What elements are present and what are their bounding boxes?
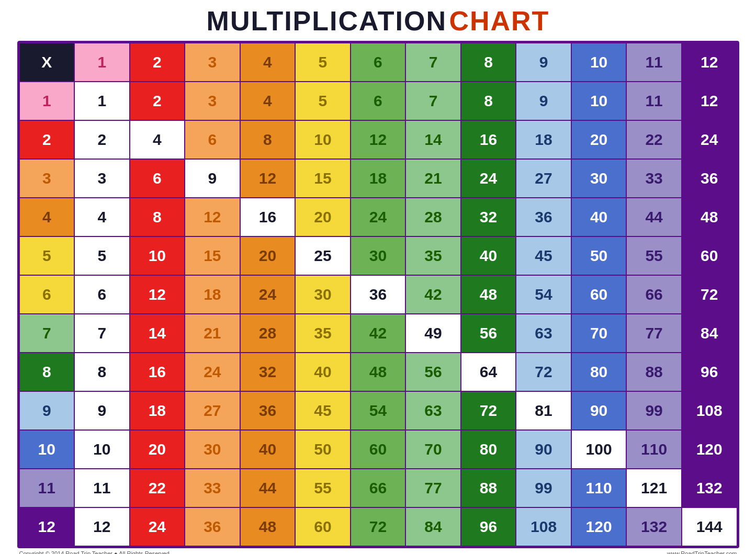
header-cell-X: X — [19, 43, 75, 82]
cell-8-3: 24 — [185, 353, 240, 391]
cell-11-0: 11 — [19, 469, 75, 507]
cell-10-7: 70 — [405, 430, 461, 469]
cell-3-3: 9 — [185, 159, 240, 198]
cell-1-5: 5 — [295, 82, 351, 120]
cell-12-7: 84 — [405, 507, 461, 546]
cell-8-5: 40 — [295, 353, 351, 391]
cell-5-11: 55 — [626, 236, 682, 275]
cell-3-9: 27 — [516, 159, 571, 198]
footer: Copyright © 2014 Road Trip Teacher ● All… — [17, 550, 739, 554]
cell-12-9: 108 — [516, 507, 571, 546]
cell-8-7: 56 — [405, 353, 461, 391]
cell-5-4: 20 — [240, 236, 296, 275]
cell-9-11: 99 — [626, 391, 682, 430]
multiplication-chart: X123456789101112112345678910111222468101… — [17, 41, 739, 548]
cell-9-3: 27 — [185, 391, 240, 430]
cell-11-1: 11 — [74, 469, 130, 507]
cell-11-8: 88 — [461, 469, 516, 507]
cell-8-0: 8 — [19, 353, 75, 391]
cell-12-6: 72 — [351, 507, 406, 546]
cell-10-10: 100 — [571, 430, 627, 469]
cell-10-0: 10 — [19, 430, 75, 469]
cell-3-1: 3 — [74, 159, 130, 198]
footer-left: Copyright © 2014 Road Trip Teacher ● All… — [19, 550, 170, 554]
cell-7-10: 70 — [571, 314, 627, 353]
cell-8-6: 48 — [351, 353, 406, 391]
cell-11-10: 110 — [571, 469, 627, 507]
cell-7-7: 49 — [405, 314, 461, 353]
cell-6-1: 6 — [74, 275, 130, 314]
cell-2-9: 18 — [516, 120, 571, 159]
cell-4-3: 12 — [185, 198, 240, 236]
cell-9-6: 54 — [351, 391, 406, 430]
header-cell-11: 11 — [626, 43, 682, 82]
cell-11-5: 55 — [295, 469, 351, 507]
cell-2-12: 24 — [682, 120, 737, 159]
cell-5-10: 50 — [571, 236, 627, 275]
cell-7-4: 28 — [240, 314, 296, 353]
cell-12-12: 144 — [682, 507, 737, 546]
cell-2-6: 12 — [351, 120, 406, 159]
cell-4-2: 8 — [130, 198, 185, 236]
cell-8-1: 8 — [74, 353, 130, 391]
cell-9-5: 45 — [295, 391, 351, 430]
cell-1-0: 1 — [19, 82, 75, 120]
header-cell-4: 4 — [240, 43, 296, 82]
cell-6-9: 54 — [516, 275, 571, 314]
cell-10-11: 110 — [626, 430, 682, 469]
cell-8-4: 32 — [240, 353, 296, 391]
header-cell-2: 2 — [130, 43, 185, 82]
cell-5-9: 45 — [516, 236, 571, 275]
cell-11-2: 22 — [130, 469, 185, 507]
cell-1-11: 11 — [626, 82, 682, 120]
cell-3-7: 21 — [405, 159, 461, 198]
cell-10-9: 90 — [516, 430, 571, 469]
cell-12-0: 12 — [19, 507, 75, 546]
cell-6-2: 12 — [130, 275, 185, 314]
cell-10-1: 10 — [74, 430, 130, 469]
header-cell-12: 12 — [682, 43, 737, 82]
cell-1-7: 7 — [405, 82, 461, 120]
cell-1-1: 1 — [74, 82, 130, 120]
cell-7-12: 84 — [682, 314, 737, 353]
cell-6-5: 30 — [295, 275, 351, 314]
header-cell-1: 1 — [74, 43, 130, 82]
cell-5-7: 35 — [405, 236, 461, 275]
cell-6-7: 42 — [405, 275, 461, 314]
cell-3-2: 6 — [130, 159, 185, 198]
cell-11-12: 132 — [682, 469, 737, 507]
cell-7-2: 14 — [130, 314, 185, 353]
cell-3-6: 18 — [351, 159, 406, 198]
cell-7-5: 35 — [295, 314, 351, 353]
cell-2-0: 2 — [19, 120, 75, 159]
cell-3-4: 12 — [240, 159, 296, 198]
cell-6-12: 72 — [682, 275, 737, 314]
cell-11-4: 44 — [240, 469, 296, 507]
cell-11-3: 33 — [185, 469, 240, 507]
cell-3-10: 30 — [571, 159, 627, 198]
chart-table: X123456789101112112345678910111222468101… — [19, 42, 738, 547]
cell-9-0: 9 — [19, 391, 75, 430]
page-wrapper: MULTIPLICATION CHART X123456789101112112… — [17, 5, 739, 554]
cell-2-10: 20 — [571, 120, 627, 159]
cell-12-2: 24 — [130, 507, 185, 546]
header-cell-8: 8 — [461, 43, 516, 82]
cell-10-5: 50 — [295, 430, 351, 469]
cell-8-8: 64 — [461, 353, 516, 391]
cell-8-10: 80 — [571, 353, 627, 391]
cell-10-12: 120 — [682, 430, 737, 469]
cell-3-12: 36 — [682, 159, 737, 198]
cell-11-7: 77 — [405, 469, 461, 507]
cell-11-11: 121 — [626, 469, 682, 507]
cell-3-8: 24 — [461, 159, 516, 198]
cell-2-8: 16 — [461, 120, 516, 159]
cell-7-3: 21 — [185, 314, 240, 353]
cell-4-12: 48 — [682, 198, 737, 236]
cell-4-11: 44 — [626, 198, 682, 236]
cell-12-8: 96 — [461, 507, 516, 546]
cell-10-8: 80 — [461, 430, 516, 469]
cell-5-12: 60 — [682, 236, 737, 275]
title-row: MULTIPLICATION CHART — [17, 5, 739, 37]
cell-12-10: 120 — [571, 507, 627, 546]
footer-right: www.RoadTripTeacher.com — [667, 550, 737, 554]
